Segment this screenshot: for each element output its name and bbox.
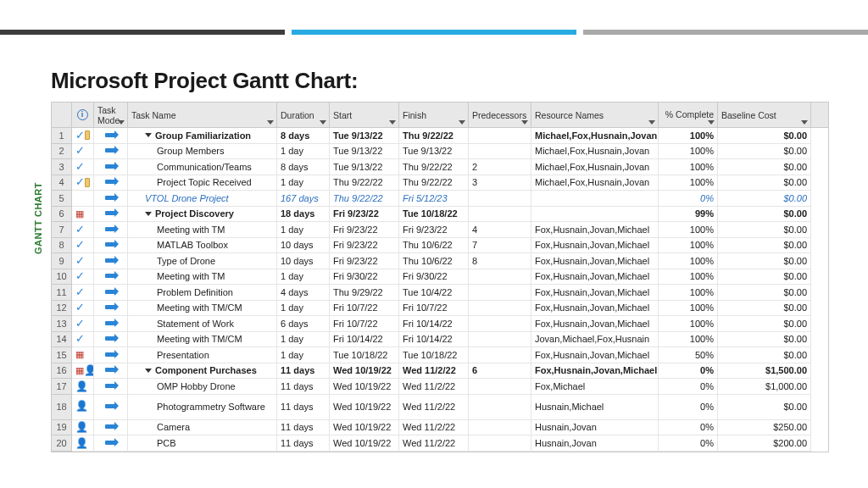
table-row[interactable]: 11✓Problem Definition4 daysThu 9/29/22Tu…	[52, 285, 828, 301]
finish-cell[interactable]: Tue 10/18/22	[399, 347, 469, 363]
resource-names-cell[interactable]: Fox,Husnain,Jovan,Michael	[531, 269, 659, 286]
task-mode-cell[interactable]	[94, 159, 128, 175]
table-row[interactable]: 20👤PCB11 daysWed 10/19/22Wed 11/2/22Husn…	[52, 435, 828, 452]
col-predecessors[interactable]: Predecessors	[469, 103, 531, 127]
table-row[interactable]: 9✓Type of Drone10 daysFri 9/23/22Thu 10/…	[52, 253, 828, 269]
predecessors-cell[interactable]	[469, 420, 531, 436]
table-row[interactable]: 10✓Meeting with TM1 dayFri 9/30/22Fri 9/…	[52, 269, 828, 286]
col-task-name[interactable]: Task Name	[128, 103, 277, 127]
table-row[interactable]: 8✓MATLAB Toolbox10 daysFri 9/23/22Thu 10…	[52, 238, 828, 254]
row-number[interactable]: 12	[52, 301, 72, 317]
resource-names-cell[interactable]: Fox,Husnain,Jovan,Michael	[531, 222, 659, 238]
predecessors-cell[interactable]	[469, 316, 531, 332]
indicators-cell[interactable]: 👤	[72, 435, 94, 452]
indicators-cell[interactable]: ✓	[72, 316, 94, 332]
resource-names-cell[interactable]: Fox,Husnain,Jovan,Michael	[531, 253, 659, 269]
row-number[interactable]: 1	[52, 128, 72, 144]
duration-cell[interactable]: 8 days	[277, 159, 330, 175]
duration-cell[interactable]: 1 day	[277, 144, 330, 160]
baseline-cost-cell[interactable]: $0.00	[718, 144, 811, 160]
resource-names-cell[interactable]: Fox,Husnain,Jovan,Michael	[531, 363, 659, 380]
resource-names-cell[interactable]	[531, 191, 659, 207]
resource-names-cell[interactable]: Husnain,Jovan	[531, 435, 659, 452]
predecessors-cell[interactable]	[469, 128, 531, 144]
finish-cell[interactable]: Thu 10/6/22	[399, 253, 469, 269]
task-mode-cell[interactable]	[94, 222, 128, 238]
predecessors-cell[interactable]: 3	[469, 175, 531, 191]
table-row[interactable]: 7✓Meeting with TM1 dayFri 9/23/22Fri 9/2…	[52, 222, 828, 238]
finish-cell[interactable]: Wed 11/2/22	[399, 363, 469, 380]
pct-complete-cell[interactable]: 100%	[659, 285, 718, 301]
finish-cell[interactable]: Thu 9/22/22	[399, 175, 469, 191]
start-cell[interactable]: Fri 9/23/22	[330, 207, 399, 223]
task-name-cell[interactable]: Camera	[128, 420, 277, 436]
resource-names-cell[interactable]: Fox,Husnain,Jovan,Michael	[531, 285, 659, 301]
resource-names-cell[interactable]: Husnain,Jovan	[531, 420, 659, 436]
baseline-cost-cell[interactable]: $0.00	[718, 175, 811, 191]
baseline-cost-cell[interactable]: $1,500.00	[718, 363, 811, 380]
task-name-cell[interactable]: Photogrammetry Software	[128, 395, 277, 420]
task-mode-cell[interactable]	[94, 269, 128, 286]
col-finish[interactable]: Finish	[399, 103, 469, 127]
duration-cell[interactable]: 10 days	[277, 253, 330, 269]
resource-names-cell[interactable]: Jovan,Michael,Fox,Husnain	[531, 332, 659, 348]
table-row[interactable]: 15▦Presentation1 dayTue 10/18/22Tue 10/1…	[52, 347, 828, 363]
task-mode-cell[interactable]	[94, 379, 128, 395]
task-name-cell[interactable]: Meeting with TM	[128, 269, 277, 286]
task-mode-cell[interactable]	[94, 316, 128, 332]
row-number[interactable]: 9	[52, 253, 72, 269]
duration-cell[interactable]: 11 days	[277, 395, 330, 420]
task-mode-cell[interactable]	[94, 175, 128, 191]
resource-names-cell[interactable]: Michael,Fox,Husnain,Jovan	[531, 128, 659, 144]
task-name-cell[interactable]: Type of Drone	[128, 253, 277, 269]
row-number[interactable]: 8	[52, 238, 72, 254]
start-cell[interactable]: Thu 9/22/22	[330, 175, 399, 191]
predecessors-cell[interactable]	[469, 269, 531, 286]
duration-cell[interactable]: 1 day	[277, 175, 330, 191]
col-duration[interactable]: Duration	[277, 103, 330, 127]
finish-cell[interactable]: Thu 10/6/22	[399, 238, 469, 254]
start-cell[interactable]: Tue 10/18/22	[330, 347, 399, 363]
pct-complete-cell[interactable]: 0%	[659, 191, 718, 207]
pct-complete-cell[interactable]: 100%	[659, 128, 718, 144]
start-cell[interactable]: Fri 10/7/22	[330, 316, 399, 332]
start-cell[interactable]: Fri 10/14/22	[330, 332, 399, 348]
baseline-cost-cell[interactable]: $0.00	[718, 191, 811, 207]
pct-complete-cell[interactable]: 100%	[659, 316, 718, 332]
predecessors-cell[interactable]	[469, 207, 531, 223]
task-name-cell[interactable]: Project Discovery	[128, 207, 277, 223]
resource-names-cell[interactable]: Fox,Husnain,Jovan,Michael	[531, 238, 659, 254]
table-row[interactable]: 18👤Photogrammetry Software11 daysWed 10/…	[52, 395, 828, 420]
predecessors-cell[interactable]	[469, 191, 531, 207]
duration-cell[interactable]: 4 days	[277, 285, 330, 301]
col-baseline-cost[interactable]: Baseline Cost	[718, 103, 811, 127]
indicators-cell[interactable]: ✓	[72, 269, 94, 286]
start-cell[interactable]: Fri 9/23/22	[330, 222, 399, 238]
task-name-cell[interactable]: Component Purchases	[128, 363, 277, 380]
task-name-cell[interactable]: Meeting with TM	[128, 222, 277, 238]
table-row[interactable]: 14✓Meeting with TM/CM1 dayFri 10/14/22Fr…	[52, 332, 828, 348]
start-cell[interactable]: Wed 10/19/22	[330, 395, 399, 420]
predecessors-cell[interactable]	[469, 144, 531, 160]
resource-names-cell[interactable]: Michael,Fox,Husnain,Jovan	[531, 175, 659, 191]
task-name-cell[interactable]: OMP Hobby Drone	[128, 379, 277, 395]
pct-complete-cell[interactable]: 100%	[659, 238, 718, 254]
col-indicators[interactable]: i	[72, 103, 94, 127]
task-mode-cell[interactable]	[94, 363, 128, 380]
col-rownum[interactable]	[52, 103, 72, 127]
baseline-cost-cell[interactable]: $200.00	[718, 435, 811, 452]
finish-cell[interactable]: Thu 9/22/22	[399, 159, 469, 175]
indicators-cell[interactable]: ▦👤	[72, 363, 94, 380]
row-number[interactable]: 7	[52, 222, 72, 238]
baseline-cost-cell[interactable]: $0.00	[718, 253, 811, 269]
pct-complete-cell[interactable]: 0%	[659, 379, 718, 395]
collapse-caret-icon[interactable]	[145, 369, 152, 373]
collapse-caret-icon[interactable]	[145, 212, 152, 216]
task-mode-cell[interactable]	[94, 191, 128, 207]
resource-names-cell[interactable]: Fox,Michael	[531, 379, 659, 395]
baseline-cost-cell[interactable]: $0.00	[718, 332, 811, 348]
table-row[interactable]: 2✓Group Members1 dayTue 9/13/22Tue 9/13/…	[52, 144, 828, 160]
task-name-cell[interactable]: Communication/Teams	[128, 159, 277, 175]
row-number[interactable]: 3	[52, 159, 72, 175]
table-row[interactable]: 3✓Communication/Teams8 daysTue 9/13/22Th…	[52, 159, 828, 175]
